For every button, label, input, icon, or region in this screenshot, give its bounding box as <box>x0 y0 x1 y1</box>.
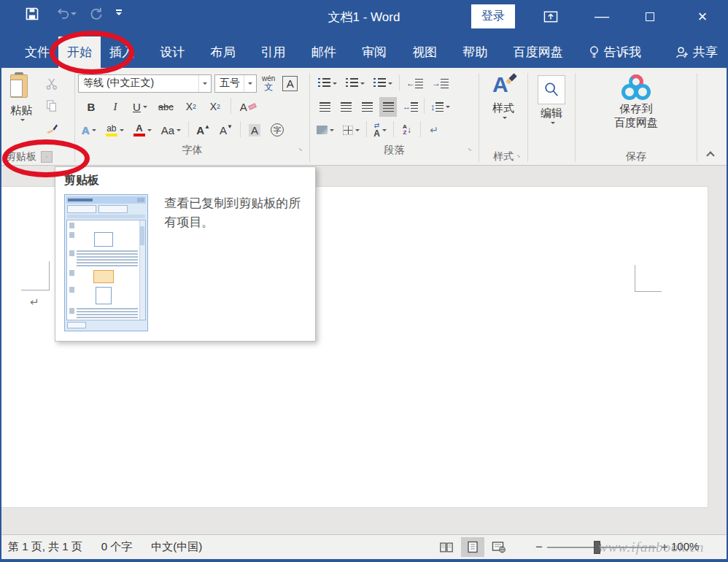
tab-share[interactable]: 共享 <box>666 36 727 68</box>
bullets-button[interactable] <box>316 74 339 93</box>
group-save: 保存到 百度网盘 保存 <box>576 72 697 165</box>
decrease-indent-arrow: ← <box>406 79 415 88</box>
italic-button[interactable]: I <box>107 97 124 117</box>
shading-button[interactable] <box>314 120 336 140</box>
format-painter-icon <box>45 121 58 134</box>
distribute-arrow: ↔ <box>403 103 411 111</box>
save-group-label: 保存 <box>626 150 646 163</box>
title-bar: 文档1 - Word 登录 — × <box>1 0 727 34</box>
bold-button[interactable]: B <box>82 97 100 117</box>
print-layout-button[interactable] <box>461 537 484 557</box>
text-effects-button[interactable]: A <box>80 120 98 140</box>
character-shading-button[interactable]: A <box>246 120 263 140</box>
word-count[interactable]: 0 个字 <box>101 540 133 554</box>
grow-font-button[interactable]: A▲ <box>194 120 212 140</box>
tab-layout[interactable]: 布局 <box>201 36 244 68</box>
web-layout-button[interactable] <box>487 537 511 557</box>
tab-baidu-netdisk[interactable]: 百度网盘 <box>505 36 572 68</box>
zoom-in-button[interactable]: + <box>657 538 671 557</box>
zoom-slider-track[interactable] <box>547 547 657 548</box>
lightbulb-icon <box>589 45 600 59</box>
group-paragraph: ← → ↔ ↕ ⇄A <box>310 72 479 165</box>
tab-mailings[interactable]: 邮件 <box>303 36 345 68</box>
underline-button[interactable]: U <box>131 97 150 117</box>
editing-button[interactable]: 编辑 <box>528 72 575 165</box>
tab-references[interactable]: 引用 <box>252 36 295 68</box>
show-hide-marks-button[interactable]: ↵ <box>425 120 443 140</box>
justify-icon <box>383 102 394 112</box>
font-dialog-launcher[interactable] <box>295 144 306 155</box>
sort-button[interactable]: AZ ↓ <box>398 120 416 140</box>
font-color-button[interactable]: A <box>131 120 154 140</box>
page-indicator[interactable]: 第 1 页, 共 1 页 <box>8 540 82 554</box>
change-case-label: Aa <box>161 124 174 136</box>
increase-indent-button[interactable]: → <box>430 74 451 93</box>
paragraph-dialog-launcher[interactable] <box>464 144 476 155</box>
change-case-caret <box>177 129 181 134</box>
shrink-font-button[interactable]: A▼ <box>217 120 235 140</box>
preview-buttons <box>66 204 146 215</box>
tab-design[interactable]: 设计 <box>151 36 193 68</box>
tab-tell-me[interactable]: 告诉我 <box>580 36 650 68</box>
align-center-button[interactable] <box>337 97 355 117</box>
enclose-characters-button[interactable]: 字 <box>268 120 286 140</box>
styles-dialog-launcher[interactable] <box>513 150 524 162</box>
minimize-button[interactable]: — <box>589 4 614 28</box>
cut-button[interactable] <box>41 74 63 93</box>
clipboard-dialog-launcher[interactable] <box>41 151 53 163</box>
preview-titlebar <box>66 196 146 204</box>
distribute-button[interactable]: ↔ <box>400 97 420 117</box>
scissors-icon <box>45 77 58 91</box>
copy-button[interactable] <box>41 96 63 115</box>
shading-icon <box>317 126 328 134</box>
maximize-icon <box>646 12 654 21</box>
increase-indent-icon <box>441 79 449 88</box>
decrease-indent-button[interactable]: ← <box>404 74 425 93</box>
read-mode-button[interactable] <box>435 537 458 557</box>
margin-mark-top-right-v <box>635 265 635 292</box>
close-button[interactable]: × <box>690 4 715 28</box>
character-border-button[interactable]: A <box>280 74 300 93</box>
minimize-icon: — <box>595 8 609 25</box>
collapse-ribbon-button[interactable] <box>703 147 718 159</box>
phonetic-guide-button[interactable]: wén 文 <box>260 74 277 93</box>
zoom-out-button[interactable]: − <box>531 538 546 557</box>
numbering-caret <box>360 82 365 87</box>
superscript-button[interactable]: X2 <box>206 97 224 117</box>
font-name-combo[interactable]: 等线 (中文正文) <box>78 74 212 93</box>
maximize-button[interactable] <box>638 4 662 28</box>
document-area[interactable]: ↵ 剪贴板 <box>1 166 727 534</box>
tab-home[interactable]: 开始 <box>58 36 101 68</box>
line-spacing-button[interactable]: ↕ <box>428 97 452 117</box>
paste-button[interactable]: 粘贴 <box>1 72 41 148</box>
change-case-button[interactable]: Aa <box>159 120 183 140</box>
multilevel-list-button[interactable] <box>371 74 395 93</box>
tab-view[interactable]: 视图 <box>403 36 446 68</box>
tab-file[interactable]: 文件 <box>16 36 58 68</box>
ribbon-display-options-button[interactable] <box>538 4 563 28</box>
font-size-combo[interactable]: 五号 <box>214 74 257 93</box>
styles-button[interactable]: A 样式 <box>479 72 527 148</box>
tab-review[interactable]: 审阅 <box>353 36 395 68</box>
format-painter-button[interactable] <box>41 118 63 137</box>
zoom-slider-thumb[interactable] <box>594 541 600 554</box>
strikethrough-button[interactable]: abc <box>156 97 176 117</box>
margin-mark-top-left-h <box>21 290 50 290</box>
numbering-button[interactable] <box>344 74 367 93</box>
sign-in-button[interactable]: 登录 <box>471 4 515 28</box>
highlight-color-button[interactable]: ab <box>104 120 126 140</box>
subscript-button[interactable]: X2 <box>182 97 200 117</box>
character-shading-icon: A <box>249 124 260 136</box>
asian-layout-button[interactable]: ⇄A <box>371 120 389 140</box>
justify-button[interactable] <box>379 97 397 117</box>
clear-formatting-button[interactable]: A <box>238 97 258 117</box>
align-left-button[interactable] <box>316 97 333 117</box>
zoom-level[interactable]: 100% <box>671 540 699 553</box>
save-to-baidu-button[interactable]: 保存到 百度网盘 <box>576 72 697 148</box>
tab-insert[interactable]: 插入 <box>101 36 143 68</box>
borders-button[interactable] <box>341 120 362 140</box>
align-right-button[interactable] <box>358 97 376 117</box>
baidu-netdisk-icon <box>620 74 652 101</box>
language-indicator[interactable]: 中文(中国) <box>151 540 202 554</box>
tab-help[interactable]: 帮助 <box>454 36 496 68</box>
